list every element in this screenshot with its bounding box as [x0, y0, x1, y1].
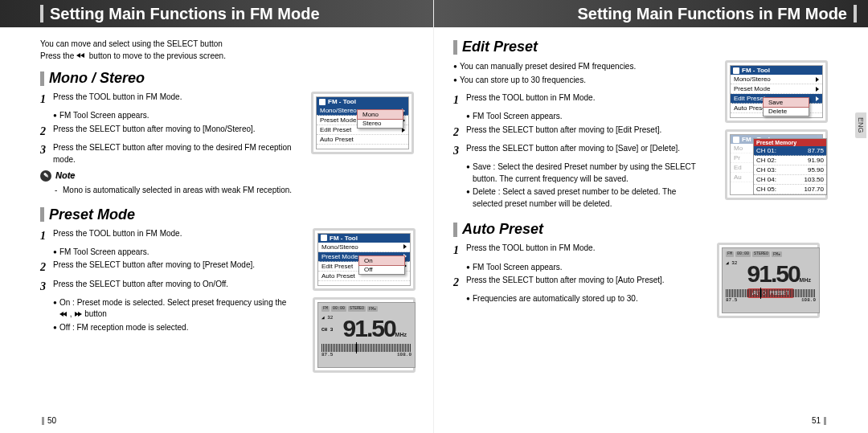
heading-edit-preset: Edit Preset [462, 39, 538, 55]
tool-icon [319, 99, 326, 105]
page-title-right: Setting Main Functions in FM Mode [577, 5, 847, 23]
intro-text: You can move and select using the SELECT… [40, 39, 416, 62]
heading-preset-mode: Preset Mode [49, 206, 135, 223]
title-bar-right: Setting Main Functions in FM Mode [434, 0, 868, 27]
title-accent [854, 5, 857, 22]
preset-memory-popup: Preset Memory CH 01:87.75 CH 02:91.90 CH… [753, 138, 827, 195]
tool-icon [321, 235, 327, 241]
language-tab: ENG [855, 112, 866, 138]
title-bar-left: Setting Main Functions in FM Mode [0, 0, 433, 27]
page-number-left: 50 [42, 416, 56, 425]
title-accent [40, 5, 43, 22]
figure-preset-mode: FM - Tool Mono/Stereo Preset Mode Edit P… [311, 228, 416, 373]
section-mono-stereo: Mono / Stereo 1Press the TOOL button in … [40, 70, 416, 197]
radio-display: FM00:00STEREOFM★ ◢ 32 CH 3 91.50MHz 87.5… [317, 302, 416, 368]
figure-mono-stereo: FM - Tool Mono/Stereo Preset Mode Edit P… [311, 92, 416, 197]
heading-auto-preset: Auto Preset [462, 221, 543, 238]
next-track-icon [74, 312, 82, 317]
section-preset-mode: Preset Mode 1Press the TOOL button in FM… [40, 206, 416, 373]
prev-track-icon [59, 312, 68, 317]
figure-auto-preset: FM00:00STEREOFM★ ◢ 32 91.50MHz AUTO PRES… [717, 243, 828, 318]
heading-mono-stereo: Mono / Stereo [49, 70, 145, 87]
figure-edit-preset: FM - Tool Mono/Stereo Preset Mode Edit P… [717, 60, 828, 211]
tool-icon [733, 67, 739, 74]
note-icon: ✎ [40, 170, 51, 182]
section-edit-preset: Edit Preset ●You can manually preset des… [453, 39, 828, 211]
page-number-right: 51 [812, 416, 826, 425]
page-title-left: Setting Main Functions in FM Mode [50, 5, 320, 23]
section-auto-preset: Auto Preset 1Press the TOOL button in FM… [453, 221, 828, 318]
rewind-icon [76, 53, 87, 59]
